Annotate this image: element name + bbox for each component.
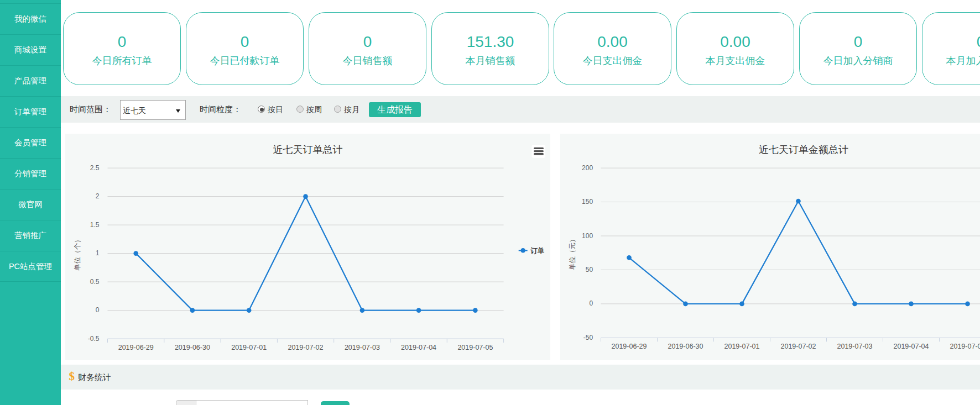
svg-text:1.5: 1.5: [90, 221, 100, 229]
svg-text:2019-06-29: 2019-06-29: [118, 344, 154, 351]
svg-text:2019-06-30: 2019-06-30: [175, 344, 210, 351]
svg-text:100: 100: [582, 232, 593, 240]
svg-text:近七天订单金额总计: 近七天订单金额总计: [759, 144, 848, 155]
svg-text:0: 0: [96, 306, 100, 314]
svg-text:2019-07-01: 2019-07-01: [231, 344, 267, 351]
svg-text:2019-07-03: 2019-07-03: [345, 344, 380, 351]
svg-text:2019-06-30: 2019-06-30: [668, 343, 703, 350]
svg-text:0: 0: [589, 299, 593, 307]
svg-text:2019-07-03: 2019-07-03: [837, 343, 873, 350]
svg-text:2019-07-05: 2019-07-05: [457, 344, 493, 351]
svg-text:2019-06-29: 2019-06-29: [612, 343, 647, 350]
svg-text:2019-07-04: 2019-07-04: [401, 344, 436, 351]
svg-text:-0.5: -0.5: [88, 335, 100, 343]
svg-text:1: 1: [96, 249, 100, 257]
svg-text:2019-07-01: 2019-07-01: [724, 343, 760, 350]
svg-text:2.5: 2.5: [90, 164, 100, 172]
svg-text:单位（元）: 单位（元）: [569, 235, 576, 270]
svg-text:2019-07-02: 2019-07-02: [781, 343, 816, 350]
svg-text:0.5: 0.5: [90, 278, 100, 286]
svg-text:50: 50: [586, 266, 593, 273]
svg-text:-50: -50: [583, 334, 593, 341]
svg-text:订单: 订单: [530, 247, 545, 255]
svg-text:近七天订单总计: 近七天订单总计: [273, 144, 343, 155]
svg-text:150: 150: [582, 198, 593, 206]
svg-text:2019-07-05: 2019-07-05: [950, 343, 980, 350]
svg-text:2019-07-04: 2019-07-04: [894, 343, 929, 350]
svg-text:2019-07-02: 2019-07-02: [288, 344, 324, 351]
svg-text:单位（个）: 单位（个）: [74, 236, 81, 271]
svg-text:200: 200: [582, 164, 593, 172]
svg-text:2: 2: [96, 192, 100, 200]
